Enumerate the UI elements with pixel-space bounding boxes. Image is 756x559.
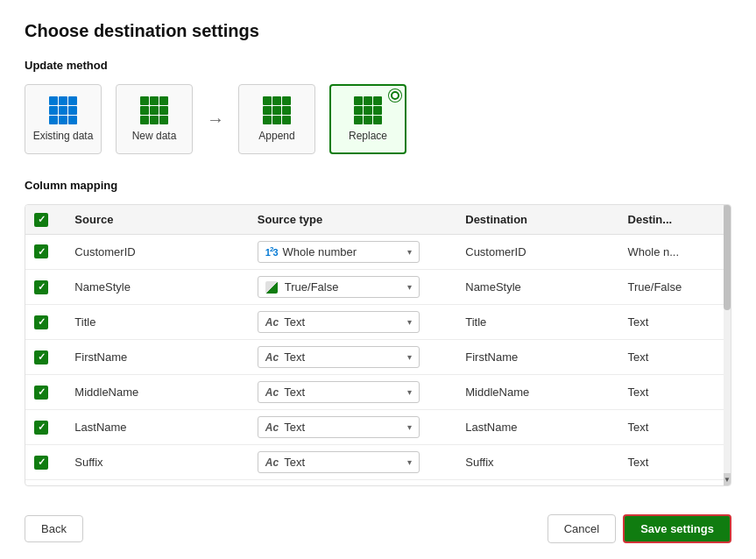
page-title: Choose destination settings (25, 21, 731, 41)
scrollbar-track[interactable]: ▲ ▼ (724, 205, 731, 485)
source-type-dropdown[interactable]: AсText▾ (258, 451, 420, 473)
back-button[interactable]: Back (25, 515, 83, 542)
row-checkbox[interactable] (34, 350, 48, 364)
source-type-dropdown[interactable]: AсText▾ (258, 311, 420, 333)
source-type-dropdown[interactable]: 123Whole number▾ (258, 241, 420, 263)
table-header-row: Source Source type Destination Destin... (25, 205, 731, 234)
select-all-checkbox[interactable] (34, 213, 48, 227)
row-checkbox[interactable] (34, 456, 48, 470)
row-checkbox[interactable] (34, 315, 48, 329)
dest-type-cell: Whole n... (619, 234, 731, 269)
dropdown-chevron-icon: ▾ (407, 457, 412, 467)
dropdown-chevron-icon: ▾ (407, 282, 412, 292)
type-icon: Aс (265, 386, 279, 399)
source-name-cell: MiddleName (66, 375, 248, 410)
update-method-section: Existing data New data → Append Replace (25, 84, 731, 154)
type-icon: Aс (265, 421, 279, 434)
type-icon: 123 (265, 245, 278, 258)
source-type-dropdown[interactable]: AсText▾ (258, 381, 420, 403)
arrow-right-icon: → (207, 110, 224, 130)
type-icon (265, 280, 279, 294)
dest-type-cell: True/False (619, 269, 731, 305)
selected-radio-badge (389, 89, 401, 102)
dest-type-cell: Text (619, 480, 731, 485)
new-data-card[interactable]: New data (116, 84, 193, 154)
source-type-cell: 123Whole number▾ (249, 234, 456, 269)
dropdown-chevron-icon: ▾ (407, 422, 412, 432)
replace-card-wrapper: Replace (329, 84, 406, 154)
source-type-cell: AсText▾ (249, 305, 456, 340)
row-checkbox-cell (25, 445, 66, 480)
row-checkbox[interactable] (34, 421, 48, 435)
dest-type-cell: Text (619, 445, 731, 480)
col-header-dest-type: Destin... (619, 205, 731, 234)
row-checkbox[interactable] (34, 244, 48, 258)
column-mapping-table-container: Source Source type Destination Destin...… (25, 204, 731, 486)
source-type-cell: AсText▾ (249, 480, 456, 485)
existing-data-card[interactable]: Existing data (25, 84, 102, 154)
type-icon: Aс (265, 315, 279, 329)
table-row: TitleAсText▾TitleText (25, 305, 731, 340)
row-checkbox-cell (25, 269, 66, 305)
row-checkbox-cell (25, 410, 66, 445)
source-type-dropdown[interactable]: AсText▾ (258, 346, 420, 368)
dropdown-chevron-icon: ▾ (407, 317, 412, 327)
table-row: CustomerID123Whole number▾CustomerIDWhol… (25, 234, 731, 269)
save-settings-button[interactable]: Save settings (623, 514, 731, 543)
row-checkbox[interactable] (34, 280, 48, 294)
dest-type-cell: Text (619, 305, 731, 340)
type-label: Text (284, 456, 305, 469)
source-name-cell: Suffix (66, 445, 248, 480)
scrollbar-thumb[interactable] (724, 205, 731, 310)
table-scroll-area[interactable]: Source Source type Destination Destin...… (25, 205, 731, 485)
destination-cell: FirstName (456, 340, 618, 375)
scroll-down-arrow[interactable]: ▼ (724, 473, 731, 485)
row-checkbox-cell (25, 480, 66, 485)
source-name-cell: Title (66, 305, 248, 340)
column-mapping-label: Column mapping (25, 179, 731, 192)
existing-data-icon (49, 96, 77, 124)
append-card[interactable]: Append (238, 84, 315, 154)
destination-cell: CompanyName (456, 480, 618, 485)
replace-icon (354, 96, 382, 124)
row-checkbox[interactable] (34, 386, 48, 400)
source-type-cell: AсText▾ (249, 375, 456, 410)
type-label: True/False (285, 280, 339, 294)
col-header-source-type: Source type (249, 205, 456, 234)
cancel-button[interactable]: Cancel (548, 514, 616, 543)
type-icon: Aс (265, 456, 279, 469)
table-row: SuffixAсText▾SuffixText (25, 445, 731, 480)
column-mapping-table: Source Source type Destination Destin...… (25, 205, 731, 485)
table-row: NameStyleTrue/False▾NameStyleTrue/False (25, 269, 731, 305)
table-row: FirstNameAсText▾FirstNameText (25, 340, 731, 375)
source-name-cell: FirstName (66, 340, 248, 375)
source-type-dropdown[interactable]: AсText▾ (258, 416, 420, 438)
dest-type-cell: Text (619, 410, 731, 445)
row-checkbox-cell (25, 234, 66, 269)
new-data-icon (140, 96, 168, 124)
table-row: MiddleNameAсText▾MiddleNameText (25, 375, 731, 410)
type-label: Text (284, 315, 305, 329)
dropdown-chevron-icon: ▾ (407, 247, 412, 257)
destination-cell: CustomerID (456, 234, 618, 269)
dest-type-cell: Text (619, 340, 731, 375)
append-icon (263, 96, 291, 124)
append-label: Append (258, 130, 294, 142)
type-icon: Aс (265, 350, 279, 364)
footer: Back Cancel Save settings (25, 504, 731, 543)
existing-data-label: Existing data (33, 130, 94, 142)
type-label: Text (284, 350, 305, 364)
source-name-cell: NameStyle (66, 269, 248, 305)
source-type-dropdown[interactable]: True/False▾ (258, 276, 420, 299)
destination-cell: NameStyle (456, 269, 618, 305)
table-row: CompanyNameAсText▾CompanyNameText (25, 480, 731, 485)
col-header-destination: Destination (456, 205, 618, 234)
destination-cell: Title (456, 305, 618, 340)
destination-cell: Suffix (456, 445, 618, 480)
table-row: LastNameAсText▾LastNameText (25, 410, 731, 445)
replace-label: Replace (349, 130, 387, 142)
right-footer-buttons: Cancel Save settings (548, 514, 731, 543)
destination-cell: LastName (456, 410, 618, 445)
source-type-cell: AсText▾ (249, 445, 456, 480)
dest-type-cell: Text (619, 375, 731, 410)
